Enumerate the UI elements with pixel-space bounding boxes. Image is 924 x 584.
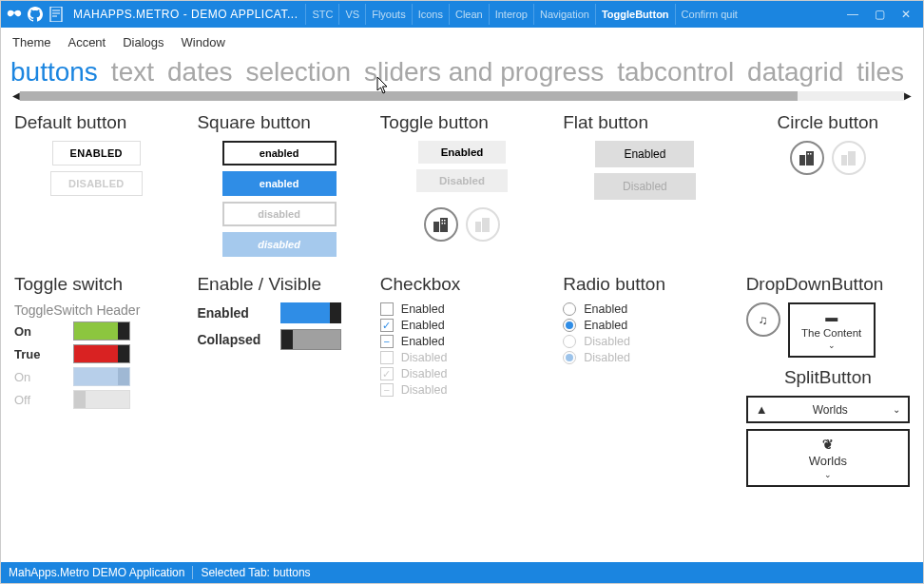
minimize-button[interactable]: —: [839, 3, 866, 26]
book-icon: ▬: [799, 310, 864, 324]
menu-accent[interactable]: Accent: [67, 35, 106, 49]
chk-2[interactable]: ✓: [380, 319, 394, 332]
chk-3-label: Enabled: [401, 335, 445, 348]
svg-rect-6: [442, 220, 444, 222]
window-title: MAHAPPS.METRO - DEMO APPLICAT...: [73, 8, 298, 21]
circle-button-2: [832, 141, 866, 175]
tab-navigation[interactable]: Navigation: [533, 4, 595, 25]
rad-4-label: Disabled: [584, 351, 630, 364]
ts-red[interactable]: [73, 344, 130, 363]
ddb-circle[interactable]: ♫: [746, 302, 780, 337]
svg-rect-4: [433, 222, 439, 232]
menu-theme[interactable]: Theme: [12, 35, 50, 49]
chk-1[interactable]: [380, 302, 394, 316]
github-icon[interactable]: [26, 5, 45, 24]
circle-button-1[interactable]: [790, 141, 824, 175]
section-tabs: buttons text dates selection sliders and…: [10, 57, 914, 88]
tab-confirm-quit[interactable]: Confirm quit: [675, 4, 743, 25]
toggle-circle-1[interactable]: [424, 207, 458, 242]
scrollbar-thumb[interactable]: [20, 91, 798, 101]
bigtab-buttons[interactable]: buttons: [10, 57, 98, 88]
menu-dialogs[interactable]: Dialogs: [123, 35, 164, 49]
menubar: Theme Accent Dialogs Window: [1, 28, 923, 57]
rad-2[interactable]: [563, 319, 576, 332]
ev-enabled-switch[interactable]: [280, 302, 341, 323]
status-separator: [192, 566, 193, 579]
square-enabled-1[interactable]: enabled: [222, 141, 337, 165]
chk-6: −: [380, 383, 394, 397]
close-button[interactable]: ✕: [893, 3, 919, 26]
ts-green[interactable]: [73, 321, 130, 341]
default-enabled-button[interactable]: ENABLED: [52, 141, 141, 165]
status-app: MahApps.Metro DEMO Application: [9, 566, 184, 579]
doc-icon[interactable]: [47, 5, 66, 24]
svg-rect-16: [841, 155, 847, 165]
square-disabled-1: disabled: [222, 202, 337, 226]
chk-3[interactable]: −: [380, 335, 394, 348]
ts-grey: [73, 390, 130, 409]
svg-rect-7: [444, 220, 446, 222]
scroll-left-icon[interactable]: ◀: [12, 90, 20, 101]
svg-rect-12: [799, 155, 805, 165]
book-icon: ❦: [758, 437, 898, 452]
titlebar: MAHAPPS.METRO - DEMO APPLICAT... STC VS …: [1, 1, 923, 28]
moustache-icon: [5, 5, 24, 24]
tab-vs[interactable]: VS: [338, 4, 365, 25]
rad-1-label: Enabled: [584, 302, 627, 316]
radio-title: Radio button: [563, 274, 726, 295]
flat-enabled[interactable]: Enabled: [595, 141, 694, 167]
svg-rect-10: [475, 222, 481, 232]
warning-icon: ▲: [756, 402, 768, 417]
ddb-content[interactable]: ▬ The Content ⌄: [788, 302, 876, 358]
split-worlds-2-label: Worlds: [758, 454, 898, 468]
svg-rect-14: [807, 153, 809, 155]
ts-label-off: Off: [14, 393, 64, 407]
split-worlds-1[interactable]: ▲ Worlds ⌄: [746, 396, 910, 423]
rad-1[interactable]: [563, 302, 576, 316]
chk-5-label: Disabled: [401, 367, 448, 380]
tab-flyouts[interactable]: Flyouts: [365, 4, 411, 25]
tab-clean[interactable]: Clean: [449, 4, 489, 25]
tab-interop[interactable]: Interop: [489, 4, 533, 25]
ts-label-true: True: [14, 347, 64, 361]
square-enabled-2[interactable]: enabled: [222, 171, 337, 196]
bigtab-tiles[interactable]: tiles: [857, 57, 904, 88]
ddb-content-label: The Content: [799, 327, 864, 339]
bigtab-datagrid[interactable]: datagrid: [747, 57, 843, 88]
chk-4: [380, 351, 394, 364]
menu-window[interactable]: Window: [182, 35, 225, 49]
status-tab: Selected Tab: buttons: [201, 566, 310, 579]
toggle-button-title: Toggle button: [380, 112, 544, 133]
buildings-icon: [840, 149, 857, 166]
square-disabled-2: disabled: [222, 232, 337, 257]
split-worlds-1-label: Worlds: [768, 403, 894, 417]
checkbox-title: Checkbox: [380, 274, 544, 295]
tab-icons[interactable]: Icons: [412, 4, 449, 25]
chk-4-label: Disabled: [401, 351, 448, 364]
flat-button-title: Flat button: [563, 112, 726, 133]
rad-4: [563, 351, 576, 364]
ev-collapsed-switch[interactable]: [280, 329, 341, 350]
split-worlds-2[interactable]: ❦ Worlds ⌄: [746, 429, 910, 487]
toggle-enabled[interactable]: Enabled: [418, 141, 507, 164]
chevron-down-icon: ⌄: [893, 404, 900, 415]
tab-scrollbar[interactable]: ◀ ▶: [20, 91, 904, 101]
bigtab-text[interactable]: text: [111, 57, 154, 88]
bigtab-tabcontrol[interactable]: tabcontrol: [617, 57, 734, 88]
svg-rect-9: [444, 223, 446, 224]
ev-collapsed-label: Collapsed: [197, 332, 271, 347]
tab-stc[interactable]: STC: [305, 4, 338, 25]
toggle-switch-title: Toggle switch: [14, 274, 178, 295]
circle-button-title: Circle button: [746, 112, 910, 133]
default-disabled-button: DISABLED: [50, 171, 143, 196]
scroll-right-icon[interactable]: ▶: [904, 90, 912, 101]
chk-6-label: Disabled: [401, 383, 448, 397]
bigtab-selection[interactable]: selection: [246, 57, 352, 88]
bigtab-sliders[interactable]: sliders and progress: [364, 57, 604, 88]
chevron-down-icon: ⌄: [758, 470, 898, 479]
bigtab-dates[interactable]: dates: [167, 57, 233, 88]
maximize-button[interactable]: ▢: [866, 3, 893, 26]
tab-togglebutton[interactable]: ToggleButton: [595, 4, 675, 25]
chk-1-label: Enabled: [401, 302, 445, 316]
splitbutton-title: SplitButton: [746, 367, 910, 388]
